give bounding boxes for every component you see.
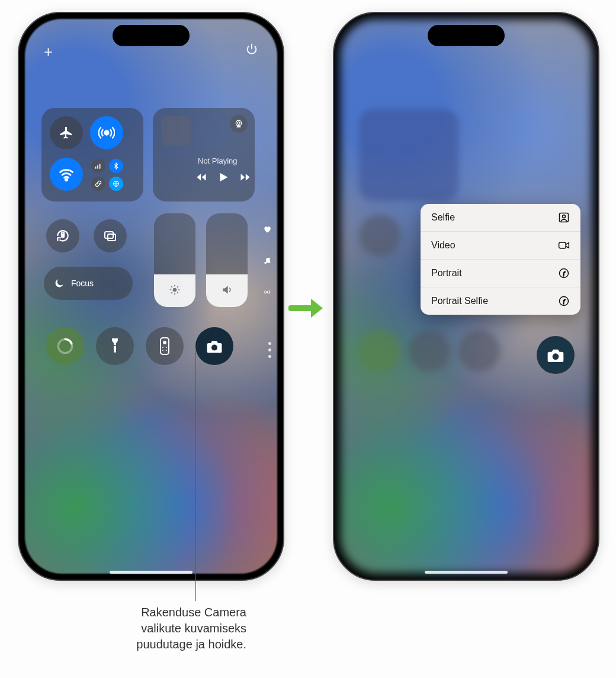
- callout-caption: Rakenduse Camera valikute kuvamiseks puu…: [81, 605, 246, 653]
- svg-line-19: [177, 286, 178, 287]
- callout-line-2: valikute kuvamiseks: [81, 621, 246, 637]
- play-button[interactable]: [217, 171, 230, 187]
- flashlight-button[interactable]: [96, 327, 134, 365]
- home-indicator: [110, 571, 192, 574]
- svg-point-25: [166, 347, 167, 348]
- wifi-icon: [58, 166, 75, 183]
- prev-icon: [195, 171, 207, 183]
- blurred-tile: [359, 109, 458, 201]
- menu-item-portrait[interactable]: Portrait f: [421, 260, 580, 287]
- screen-mirroring-button[interactable]: [94, 219, 127, 252]
- aperture-icon: f: [558, 267, 570, 279]
- more-pages-dots[interactable]: [268, 342, 271, 358]
- menu-item-selfie[interactable]: Selfie: [421, 204, 580, 232]
- music-icon: [263, 257, 271, 265]
- speaker-icon: [221, 284, 233, 299]
- svg-point-29: [264, 262, 267, 264]
- svg-point-24: [162, 347, 163, 348]
- media-controls: [195, 171, 251, 187]
- mirror-icon: [103, 229, 117, 243]
- callout-leader-line: [195, 351, 196, 601]
- svg-point-30: [268, 261, 271, 264]
- camera-context-menu: Selfie Video Portrait f Portrait Selfie: [421, 204, 580, 315]
- bluetooth-toggle[interactable]: [109, 159, 123, 173]
- cellular-bluetooth-cluster[interactable]: [91, 159, 124, 192]
- svg-point-11: [173, 288, 177, 292]
- side-indicators: [263, 225, 271, 298]
- svg-text:f: f: [563, 298, 566, 304]
- camera-button-pressed[interactable]: [537, 336, 575, 374]
- now-playing-label: Not Playing: [198, 156, 237, 165]
- svg-point-27: [166, 350, 167, 351]
- callout-line-1: Rakenduse Camera: [81, 605, 246, 621]
- moon-icon: [53, 277, 65, 289]
- volume-slider[interactable]: [206, 213, 248, 307]
- svg-point-33: [563, 215, 566, 218]
- blurred-circle: [359, 330, 400, 372]
- menu-item-portrait-selfie[interactable]: Portrait Selfie f: [421, 287, 580, 315]
- menu-label: Selfie: [431, 212, 455, 223]
- transition-arrow: [288, 295, 326, 324]
- next-track-button[interactable]: [239, 171, 251, 186]
- media-tile[interactable]: Not Playing: [153, 108, 255, 202]
- svg-line-18: [171, 292, 172, 293]
- menu-label: Video: [431, 240, 455, 251]
- brightness-slider[interactable]: [154, 213, 195, 307]
- dynamic-island: [113, 25, 190, 46]
- play-icon: [217, 171, 230, 184]
- orientation-lock-toggle[interactable]: [46, 219, 79, 252]
- svg-rect-2: [95, 167, 97, 169]
- airplane-mode-toggle[interactable]: [50, 116, 83, 149]
- iphone-right: Selfie Video Portrait f Portrait Selfie: [333, 12, 599, 581]
- dynamic-island: [428, 25, 505, 46]
- focus-button[interactable]: Focus: [44, 267, 133, 300]
- airdrop-toggle[interactable]: [90, 116, 123, 149]
- svg-rect-4: [100, 164, 101, 169]
- svg-point-23: [163, 341, 166, 344]
- wifi-toggle[interactable]: [50, 158, 83, 191]
- signal-icon: [94, 162, 102, 170]
- timer-button[interactable]: [46, 327, 84, 365]
- connectivity-page-dot[interactable]: [263, 288, 271, 298]
- cellular-status: [91, 159, 105, 173]
- svg-line-16: [171, 286, 172, 287]
- prev-track-button[interactable]: [195, 171, 207, 186]
- timer-icon: [56, 337, 74, 355]
- home-indicator: [425, 571, 508, 574]
- connectivity-tile[interactable]: [41, 108, 143, 202]
- svg-point-26: [162, 350, 163, 351]
- person-square-icon: [558, 212, 570, 223]
- camera-icon: [206, 337, 223, 355]
- svg-rect-32: [560, 213, 569, 222]
- album-art-placeholder: [161, 116, 191, 146]
- sun-svg: [169, 284, 181, 296]
- airplay-audio-button[interactable]: [230, 115, 248, 133]
- blurred-circle: [409, 330, 450, 372]
- heart-icon: [263, 225, 271, 234]
- menu-label: Portrait: [431, 268, 462, 279]
- link-icon: [95, 180, 102, 187]
- bluetooth-icon: [113, 162, 120, 170]
- airdrop-icon: [98, 124, 115, 141]
- favorites-page-dot[interactable]: [263, 225, 271, 235]
- menu-label: Portrait Selfie: [431, 296, 488, 306]
- camera-button[interactable]: [195, 327, 233, 365]
- hotspot-toggle[interactable]: [109, 177, 123, 191]
- remote-icon: [159, 337, 170, 356]
- svg-rect-22: [161, 338, 169, 354]
- svg-point-1: [65, 179, 67, 181]
- power-button[interactable]: [245, 43, 258, 59]
- iphone-left: +: [18, 12, 284, 581]
- link-toggle[interactable]: [91, 177, 105, 191]
- callout-line-3: puudutage ja hoidke.: [81, 637, 246, 653]
- video-icon: [558, 239, 570, 251]
- menu-item-video[interactable]: Video: [421, 232, 580, 260]
- next-icon: [239, 171, 251, 183]
- svg-rect-10: [108, 234, 116, 241]
- blurred-circle: [359, 215, 400, 256]
- globe-icon: [113, 180, 120, 187]
- add-control-button[interactable]: +: [44, 43, 53, 61]
- svg-point-6: [238, 122, 240, 124]
- remote-button[interactable]: [146, 327, 184, 365]
- music-page-dot[interactable]: [263, 257, 271, 267]
